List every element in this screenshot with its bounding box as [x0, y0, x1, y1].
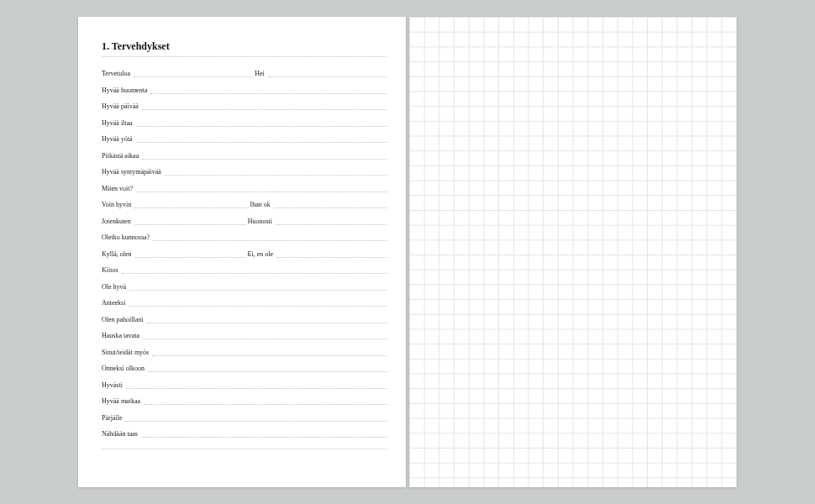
dotted-fill [136, 118, 387, 127]
vocab-term-left: Hyvää iltaa [102, 119, 134, 127]
dotted-fill [274, 200, 387, 208]
dotted-fill [150, 86, 387, 94]
vocabulary-row: Hauska tavata [102, 329, 387, 339]
right-page-grid [409, 17, 737, 487]
dotted-fill [143, 331, 387, 339]
vocabulary-row: Hyvää huomenta [102, 84, 387, 94]
vocab-term-left: Hauska tavata [102, 332, 141, 339]
dotted-fill [276, 217, 387, 225]
vocabulary-row: Miten voit? [102, 182, 387, 192]
vocabulary-row: Sinut/teidät myös [102, 346, 387, 356]
dotted-fill [136, 184, 387, 192]
bottom-line [102, 449, 387, 449]
dotted-fill [144, 396, 387, 405]
vocab-term-left: Pitkästä aikaa [102, 152, 140, 160]
vocab-term-left: Hyvää huomenta [102, 87, 149, 94]
vocabulary-row: Hyvää matkaa [102, 395, 387, 405]
vocabulary-row: Hyvää iltaa [102, 117, 387, 127]
vocab-term-left: Kyllä, olen [102, 250, 134, 258]
vocabulary-row: Ole hyvä [102, 281, 387, 291]
vocab-term-left: Oletko kunnossa? [102, 234, 151, 241]
vocab-term-right: Huonosti [246, 218, 274, 225]
vocab-term-left: Hyvää päivää [102, 102, 140, 110]
vocabulary-row: TervetuloaHei [102, 67, 387, 77]
dotted-fill [141, 429, 387, 438]
dotted-fill [148, 364, 387, 372]
title-underline [102, 56, 387, 57]
dotted-fill [135, 249, 246, 258]
dotted-fill [136, 134, 387, 143]
section-title: 1. Tervehdykset [102, 40, 387, 53]
dotted-fill [152, 348, 387, 356]
vocab-term-left: Kiitos [102, 266, 120, 274]
vocab-term-left: Voin hyvin [102, 201, 133, 208]
vocabulary-row: Hyvää syntymäpäivää [102, 165, 387, 176]
vocabulary-row: Kiitos [102, 264, 387, 274]
vocab-term-right: Ihan ok [249, 201, 272, 208]
vocab-term-left: Tervetuloa [102, 70, 132, 77]
vocab-term-left: Anteeksi [102, 299, 127, 307]
vocabulary-row: Voin hyvinIhan ok [102, 198, 387, 208]
vocabulary-row: Olen pahoillani [102, 313, 387, 323]
vocab-term-left: Hyvää matkaa [102, 397, 142, 405]
vocab-term-left: Sinut/teidät myös [102, 349, 150, 356]
vocabulary-row: Pitkästä aikaa [102, 150, 387, 160]
vocabulary-row: Nähdään taas [102, 428, 387, 438]
vocab-term-left: Pärjäile [102, 414, 124, 422]
dotted-fill [142, 151, 387, 160]
vocab-term-left: Nähdään taas [102, 430, 139, 438]
vocabulary-row: Oletko kunnossa? [102, 231, 387, 241]
left-page: 1. Tervehdykset TervetuloaHeiHyvää huome… [78, 17, 406, 487]
book-spread: 1. Tervehdykset TervetuloaHeiHyvää huome… [78, 17, 737, 487]
vocab-term-left: Hyvää yötä [102, 135, 134, 143]
dotted-fill [142, 102, 387, 110]
dotted-fill [126, 381, 387, 389]
vocab-term-left: Onneksi olkoon [102, 365, 146, 372]
vocabulary-row: Kyllä, olenEi, en ole [102, 248, 387, 258]
dotted-fill [122, 265, 387, 274]
dotted-fill [134, 200, 248, 208]
vocabulary-entries: TervetuloaHeiHyvää huomentaHyvää päivääH… [102, 67, 387, 438]
vocab-term-left: Olen pahoillani [102, 316, 145, 323]
vocab-term-right: Hei [253, 70, 266, 77]
dotted-fill [134, 69, 253, 77]
dotted-fill [129, 298, 387, 307]
vocabulary-row: JotenkutenHuonosti [102, 215, 387, 225]
dotted-fill [165, 167, 387, 176]
dotted-fill [134, 217, 246, 225]
vocab-term-left: Hyvää syntymäpäivää [102, 168, 163, 176]
dotted-fill [153, 233, 387, 241]
dotted-fill [268, 69, 387, 77]
vocab-term-left: Miten voit? [102, 185, 134, 192]
vocabulary-row: Onneksi olkoon [102, 362, 387, 372]
vocab-term-right: Ei, en ole [246, 250, 275, 258]
vocabulary-row: Pärjäile [102, 412, 387, 422]
dotted-fill [129, 282, 387, 291]
vocab-term-left: Hyvästi [102, 381, 124, 389]
vocab-term-left: Jotenkuten [102, 218, 133, 225]
vocab-term-left: Ole hyvä [102, 283, 128, 291]
dotted-fill [276, 249, 387, 258]
vocabulary-row: Hyvästi [102, 379, 387, 389]
vocabulary-row: Hyvää yötä [102, 133, 387, 143]
vocabulary-row: Anteeksi [102, 297, 387, 307]
dotted-fill [147, 315, 387, 323]
vocabulary-row: Hyvää päivää [102, 100, 387, 110]
dotted-fill [125, 413, 387, 422]
